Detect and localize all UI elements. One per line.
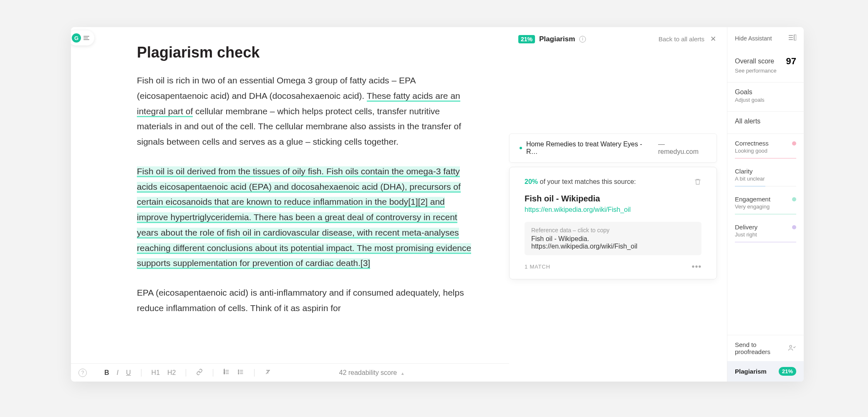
plagiarism-label: Plagiarism [735, 368, 767, 375]
status-dot-icon [792, 225, 796, 229]
svg-text:3: 3 [224, 372, 225, 374]
match-of-text: of your text matches this source: [538, 178, 636, 185]
engagement-title: Engagement [735, 196, 770, 203]
category-engagement[interactable]: Engagement Very engaging [727, 191, 804, 219]
readability-score[interactable]: 42 readability score [339, 369, 397, 376]
link-button[interactable] [195, 369, 204, 377]
clarity-title: Clarity [735, 168, 753, 175]
delivery-sub: Just right [735, 231, 796, 238]
reference-data-box[interactable]: Reference data – click to copy Fish oil … [525, 222, 701, 255]
reference-value: Fish oil - Wikipedia. https://en.wikiped… [531, 235, 695, 250]
clarity-sub: A bit unclear [735, 176, 796, 182]
document-body[interactable]: Fish oil is rich in two of an essential … [137, 73, 472, 330]
match-count-label: 1 MATCH [525, 264, 550, 270]
adjust-goals-link[interactable]: Adjust goals [735, 97, 796, 103]
h1-button[interactable]: H1 [151, 369, 161, 377]
h2-button[interactable]: H2 [167, 369, 177, 377]
svg-point-17 [790, 345, 792, 347]
send-to-proofreaders-button[interactable]: Send to proofreaders [727, 335, 804, 361]
unordered-list-button[interactable] [237, 369, 245, 377]
status-dot-icon [792, 141, 796, 146]
match-source-url-link[interactable]: https://en.wikipedia.org/wiki/Fish_oil [525, 206, 701, 214]
highlight-plagiarism[interactable]: Fish oil is oil derived from the tissues… [137, 166, 471, 269]
overall-score-label: Overall score [735, 58, 774, 65]
panel-collapse-icon[interactable] [789, 35, 796, 42]
category-delivery[interactable]: Delivery Just right [727, 219, 804, 247]
alerts-pane: 21% Plagiarism i Back to all alerts ✕ Ho… [509, 27, 727, 382]
overall-score-section[interactable]: Overall score 97 See performance [727, 52, 804, 80]
plagiarism-percent-badge: 21% [518, 35, 535, 43]
source-preview-title: Home Remedies to treat Watery Eyes - R… [526, 141, 654, 156]
ordered-list-button[interactable]: 123 [222, 369, 231, 377]
close-icon[interactable]: ✕ [709, 35, 718, 43]
correctness-title: Correctness [735, 140, 769, 147]
clear-formatting-button[interactable] [264, 369, 272, 377]
match-card-wikipedia: 20% of your text matches this source: Fi… [509, 167, 717, 279]
proofreader-icon [788, 344, 796, 353]
more-menu-icon[interactable]: ••• [692, 262, 701, 271]
goals-section[interactable]: Goals Adjust goals [727, 84, 804, 110]
bold-button[interactable]: B [103, 369, 110, 377]
svg-point-11 [238, 373, 239, 374]
help-icon[interactable]: ? [78, 369, 87, 377]
match-source-title: Fish oil - Wikipedia [525, 194, 701, 203]
source-dot-icon [520, 147, 522, 149]
see-performance-link[interactable]: See performance [735, 68, 796, 74]
reference-label: Reference data – click to copy [531, 227, 695, 234]
svg-rect-16 [794, 35, 796, 40]
correctness-sub: Looking good [735, 148, 796, 154]
category-correctness[interactable]: Correctness Looking good [727, 136, 804, 163]
plagiarism-badge: 21% [779, 367, 796, 376]
all-alerts-label: All alerts [735, 118, 796, 125]
back-to-alerts-button[interactable]: Back to all alerts [659, 35, 704, 43]
paragraph-2[interactable]: Fish oil is oil derived from the tissues… [137, 164, 472, 271]
proofread-label: Send to proofreaders [735, 341, 788, 355]
document-title[interactable]: Plagiarism check [137, 44, 472, 61]
source-preview-domain: — remedyu.com [658, 141, 707, 156]
source-card-remedyu[interactable]: Home Remedies to treat Watery Eyes - R… … [509, 133, 717, 163]
paragraph-3[interactable]: EPA (eicosapentaenoic acid) is anti-infl… [137, 285, 472, 316]
plagiarism-row[interactable]: Plagiarism 21% [727, 361, 804, 382]
overall-score-value: 97 [786, 56, 796, 67]
trash-icon[interactable] [694, 178, 701, 187]
assistant-sidebar: Hide Assistant Overall score 97 See perf… [727, 27, 804, 382]
plagiarism-header-label: Plagiarism [539, 35, 575, 43]
underline-button[interactable]: U [125, 369, 132, 377]
engagement-sub: Very engaging [735, 203, 796, 210]
category-clarity[interactable]: Clarity A bit unclear [727, 163, 804, 191]
match-percent: 20% [525, 178, 538, 185]
goals-label: Goals [735, 88, 796, 96]
editor-pane: Plagiarism check Fish oil is rich in two… [71, 27, 509, 382]
italic-button[interactable]: I [116, 369, 119, 377]
all-alerts-section[interactable]: All alerts [727, 113, 804, 132]
delivery-title: Delivery [735, 224, 757, 231]
svg-point-10 [238, 372, 239, 372]
caret-up-icon: ▲ [401, 371, 405, 376]
bottom-toolbar: ? B I U H1 H2 123 [71, 363, 509, 382]
info-icon[interactable]: i [579, 36, 586, 43]
paragraph-1[interactable]: Fish oil is rich in two of an essential … [137, 73, 472, 150]
svg-point-9 [238, 370, 239, 371]
hide-assistant-button[interactable]: Hide Assistant [735, 35, 772, 42]
status-dot-icon [792, 197, 796, 201]
